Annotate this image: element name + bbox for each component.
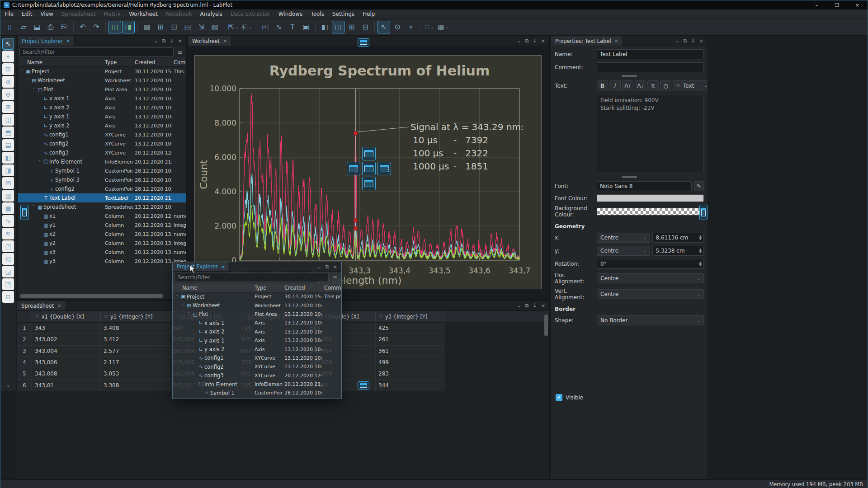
import-file-icon[interactable]: ⇲: [195, 21, 208, 33]
column-header-type[interactable]: Type: [104, 59, 133, 66]
grid-corner-2-icon[interactable]: ◱: [2, 253, 14, 265]
tab-close-icon[interactable]: ×: [614, 38, 618, 44]
shift-up-icon[interactable]: ⬒: [2, 127, 14, 138]
box-select-icon[interactable]: ◰: [259, 21, 272, 33]
tree-row[interactable]: TText LabelTextLabel20.12.2020 21:13: [18, 193, 186, 202]
float-panel-icon[interactable]: ⧉: [326, 264, 329, 270]
tree-row[interactable]: ˅▣ProjectProject30.11.2020 15:23This pro…: [18, 67, 186, 76]
menu-item-worksheet[interactable]: Worksheet: [125, 9, 162, 19]
spreadsheet-cell[interactable]: 2.117: [101, 357, 170, 368]
tree-row[interactable]: ˅▤WorksheetWorksheet13.12.2020 10:01: [173, 301, 341, 310]
tab-close-icon[interactable]: ×: [66, 38, 70, 44]
tree-row[interactable]: ˅◰PlotPlot Area13.12.2020 10:01: [18, 85, 186, 94]
share-icon[interactable]: ⎗⌄: [241, 21, 253, 33]
zoom-fit-icon[interactable]: ⊞: [2, 101, 14, 113]
tree-row[interactable]: ∟y axis 2Axis13.12.2020 10:01: [173, 345, 341, 353]
close-icon[interactable]: ×: [541, 38, 545, 44]
italic-button[interactable]: I: [609, 80, 621, 91]
pointer-tool-icon[interactable]: ↖: [2, 38, 14, 50]
new-notes-icon[interactable]: ▤: [181, 21, 194, 33]
dock-indicator-center-top[interactable]: [362, 147, 376, 160]
search-input[interactable]: [175, 273, 329, 282]
chevron-down-icon[interactable]: ⌄: [675, 38, 679, 44]
auto-scale-x-icon[interactable]: ▥: [2, 190, 14, 202]
filter-options-icon[interactable]: ≡: [175, 49, 184, 56]
hor-alignment-combo[interactable]: Centre⌄: [597, 273, 704, 283]
expander-open-icon[interactable]: ˅: [186, 312, 192, 316]
spreadsheet-column-header[interactable]: ≡y3 {Integer} [Y]: [376, 311, 444, 322]
close-button[interactable]: ×: [847, 0, 868, 9]
menu-item-help[interactable]: Help: [359, 9, 379, 19]
expander-open-icon[interactable]: ˅: [175, 295, 180, 299]
pin-icon[interactable]: ↧: [691, 38, 695, 44]
tree-row[interactable]: ▥y1Column20.12.2020 12:39integer da: [18, 221, 186, 230]
tree-row[interactable]: ∿config2XYCurve13.12.2020 10:11: [173, 362, 341, 371]
shift-left-icon[interactable]: ◧: [2, 152, 14, 164]
curve-tool-icon[interactable]: ∿: [2, 215, 14, 227]
crosshair-tool-icon[interactable]: ⊙: [391, 21, 404, 33]
undo-icon[interactable]: ↶: [76, 21, 89, 33]
toggle-project-explorer-icon[interactable]: ◫: [108, 21, 121, 33]
bold-button[interactable]: B: [597, 80, 608, 91]
new-matrix-icon[interactable]: ⊡: [168, 21, 180, 33]
column-menu-icon[interactable]: ≡: [378, 314, 383, 320]
new-project-icon[interactable]: ▯: [4, 21, 16, 33]
insert-datetime-button[interactable]: ◷: [660, 80, 671, 91]
pin-icon[interactable]: ↧: [533, 303, 537, 309]
presenter-mode-icon[interactable]: ▦⌄: [437, 21, 449, 33]
shift-down-icon[interactable]: ⬓: [2, 139, 14, 151]
layout-vertical-icon[interactable]: ◧: [318, 21, 331, 33]
tree-row[interactable]: ˅▤WorksheetWorksheet13.12.2020 10:01: [18, 76, 186, 85]
tab-close-icon[interactable]: ×: [223, 38, 227, 44]
import-sql-icon[interactable]: ▧: [208, 21, 221, 33]
split-view-icon[interactable]: ◫: [2, 114, 14, 126]
print-preview-icon[interactable]: ⎘: [58, 21, 71, 33]
grid-corner-1-icon[interactable]: ◰: [2, 240, 14, 252]
spreadsheet-cell[interactable]: 2.577: [101, 346, 170, 357]
font-shrink-button[interactable]: A↓: [635, 80, 646, 91]
select-pointer-icon[interactable]: ↖: [377, 21, 390, 33]
info-element-point[interactable]: [354, 219, 357, 222]
comment-field[interactable]: [597, 62, 704, 72]
border-shape-combo[interactable]: No Border⌄: [597, 315, 704, 325]
tree-row[interactable]: +Symbol 1CustomPoint28.12.2020 10:06: [173, 389, 341, 397]
zoom-select-icon[interactable]: ⌖: [405, 21, 417, 33]
grid-corner-3-icon[interactable]: ◲: [2, 266, 14, 277]
info-element-point[interactable]: [354, 131, 357, 135]
menu-item-analysis[interactable]: Analysis: [196, 9, 226, 19]
tree-row[interactable]: ▥x2Column20.12.2020 13:55numerical: [18, 230, 186, 239]
menu-item-view[interactable]: View: [36, 9, 57, 19]
expander-open-icon[interactable]: ˅: [19, 69, 25, 74]
chevron-down-icon[interactable]: ⌄: [517, 38, 521, 44]
magnification-icon[interactable]: ∷⌄: [423, 21, 436, 33]
redo-icon[interactable]: ↷: [90, 21, 103, 33]
splitter-grip[interactable]: [622, 176, 637, 178]
curve-config2[interactable]: [240, 173, 519, 259]
chevron-down-icon[interactable]: ⌄: [154, 38, 158, 44]
splitter-grip[interactable]: [622, 75, 637, 77]
chevron-down-icon[interactable]: ⌄: [517, 303, 521, 309]
spreadsheet-cell[interactable]: 3.308: [101, 380, 170, 391]
tab-properties-text-label[interactable]: Properties: Text Label ×: [551, 36, 623, 46]
spreadsheet-vscrollbar[interactable]: [544, 314, 548, 336]
close-icon[interactable]: ×: [333, 264, 337, 270]
vert-alignment-combo[interactable]: Centre⌄: [597, 289, 704, 299]
tree-row[interactable]: ▥y2Column20.12.2020 13:55integer da: [18, 239, 186, 248]
dock-indicator-center[interactable]: [362, 162, 376, 175]
column-header-name[interactable]: Name: [173, 285, 253, 291]
explorer-hscrollbar[interactable]: [20, 294, 183, 298]
print-icon[interactable]: ⎙: [44, 21, 57, 33]
font-field[interactable]: [597, 181, 692, 191]
tree-row[interactable]: ∿config1XYCurve13.12.2020 10:09: [18, 130, 186, 139]
tree-row[interactable]: ˅◰PlotPlot Area13.12.2020 10:01: [173, 310, 341, 319]
chevron-down-icon[interactable]: ⌄: [317, 264, 321, 270]
auto-scale-icon[interactable]: ▤: [2, 177, 14, 189]
zoom-in-icon[interactable]: ⊕: [2, 76, 14, 88]
spreadsheet-cell[interactable]: 3.053: [101, 368, 170, 380]
column-menu-icon[interactable]: ≡: [35, 314, 39, 320]
spreadsheet-cell[interactable]: 343,004: [32, 346, 101, 357]
tab-worksheet[interactable]: Worksheet ×: [188, 36, 231, 46]
zoom-out-icon[interactable]: ⊖: [2, 89, 14, 100]
column-header-name[interactable]: Name: [18, 59, 104, 66]
tab-project-explorer[interactable]: Project Explorer ×: [18, 36, 75, 46]
